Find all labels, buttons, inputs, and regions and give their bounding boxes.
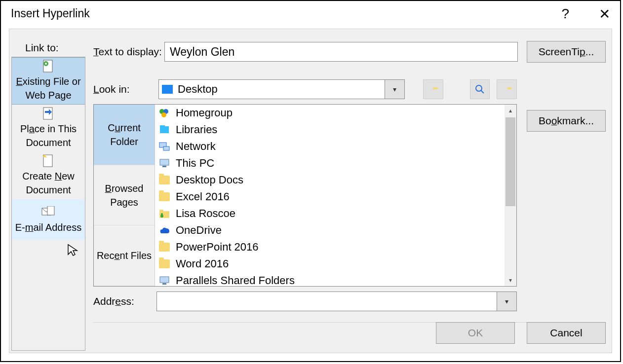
address-combobox[interactable]: ▾ (156, 291, 517, 311)
svg-rect-17 (162, 166, 166, 167)
scrollbar[interactable]: ▴ ▾ (505, 105, 516, 286)
linkto-place-in-document[interactable]: Place in This Document (12, 105, 85, 152)
titlebar: Insert Hyperlink ? ✕ (1, 1, 620, 26)
text-to-display-input[interactable] (164, 42, 518, 62)
list-item-label: OneDrive (176, 224, 222, 237)
list-item[interactable]: Libraries (155, 121, 505, 138)
cursor-icon (67, 244, 80, 256)
chevron-down-icon[interactable]: ▾ (385, 80, 404, 99)
close-icon[interactable]: ✕ (599, 6, 610, 22)
svg-point-11 (161, 112, 166, 117)
ok-button[interactable]: OK (436, 322, 515, 344)
list-item-label: This PC (176, 157, 214, 170)
userfolder-icon (158, 207, 171, 220)
browse-web-button[interactable] (470, 79, 490, 99)
list-item-label: PowerPoint 2016 (176, 241, 259, 254)
browse-browsed-pages[interactable]: BrowsedPages (94, 165, 155, 226)
list-item[interactable]: Parallels Shared Folders (155, 272, 505, 286)
onedrive-icon (158, 224, 171, 237)
list-item[interactable]: This PC (155, 155, 505, 172)
linkto-email-address[interactable]: E-mail Address (12, 199, 85, 240)
browse-panel: CurrentFolder BrowsedPages Recent Files … (93, 104, 517, 287)
up-one-level-button[interactable] (423, 79, 443, 99)
globe-search-icon (475, 84, 485, 94)
screentip-button[interactable]: ScreenTip... (527, 41, 606, 63)
page-arrow-icon (41, 107, 55, 120)
list-item[interactable]: Homegroup (155, 105, 505, 121)
list-item-label: Parallels Shared Folders (176, 274, 295, 286)
dialog-title: Insert Hyperlink (11, 7, 90, 20)
folder-icon (158, 174, 171, 186)
libraries-icon (158, 123, 171, 136)
look-in-label: Look in: (93, 83, 152, 95)
list-item[interactable]: Lisa Roscoe (155, 205, 505, 222)
svg-rect-6 (47, 206, 54, 215)
svg-rect-13 (160, 125, 165, 127)
scroll-thumb[interactable] (506, 117, 515, 206)
svg-line-8 (481, 90, 484, 93)
list-item[interactable]: OneDrive (155, 222, 505, 239)
look-in-select[interactable]: Desktop ▾ (158, 79, 405, 99)
list-item-label: Network (176, 140, 216, 153)
envelope-icon (41, 205, 55, 218)
insert-hyperlink-dialog: Insert Hyperlink ? ✕ Link to: Existing F… (0, 0, 621, 362)
list-item[interactable]: Desktop Docs (155, 172, 505, 188)
address-input[interactable] (157, 292, 497, 311)
linkto-create-new-document[interactable]: Create New Document (12, 152, 85, 199)
chevron-down-icon[interactable]: ▾ (497, 292, 516, 311)
svg-rect-15 (163, 146, 169, 150)
scroll-up-icon[interactable]: ▴ (505, 105, 516, 116)
page-new-icon (41, 154, 55, 167)
help-icon[interactable]: ? (561, 6, 569, 22)
svg-point-2 (45, 63, 47, 65)
svg-rect-19 (159, 210, 163, 212)
cancel-button[interactable]: Cancel (527, 322, 606, 344)
homegroup-icon (158, 107, 171, 119)
file-list[interactable]: HomegroupLibrariesNetworkThis PCDesktop … (155, 105, 516, 286)
list-item-label: Word 2016 (176, 257, 229, 270)
svg-rect-23 (162, 283, 166, 285)
bookmark-button[interactable]: Bookmark... (527, 110, 606, 132)
svg-rect-3 (43, 108, 52, 119)
text-to-display-label: Text to display: (93, 46, 164, 58)
browse-current-folder[interactable]: CurrentFolder (94, 105, 155, 165)
list-item-label: Lisa Roscoe (176, 207, 235, 220)
thispc-icon (158, 274, 171, 286)
svg-rect-22 (160, 277, 169, 283)
folder-icon (158, 241, 171, 254)
list-item[interactable]: Network (155, 138, 505, 155)
svg-rect-16 (160, 159, 169, 165)
dialog-body: Link to: Existing File or Web Page Place… (9, 29, 612, 353)
look-in-value: Desktop (178, 83, 218, 96)
browse-side: CurrentFolder BrowsedPages Recent Files (94, 105, 155, 286)
list-item[interactable]: PowerPoint 2016 (155, 239, 505, 255)
browse-recent-files[interactable]: Recent Files (94, 225, 155, 286)
list-item-label: Libraries (176, 123, 217, 136)
linkto-existing-file[interactable]: Existing File or Web Page (12, 57, 85, 105)
browse-file-button[interactable] (497, 79, 517, 99)
desktop-icon (162, 85, 173, 94)
main-panel: Text to display: ScreenTip... Bookmark..… (93, 35, 606, 347)
list-item-label: Desktop Docs (176, 174, 243, 186)
page-globe-icon (41, 60, 55, 73)
list-item[interactable]: Word 2016 (155, 255, 505, 272)
network-icon (158, 140, 171, 153)
folder-icon (158, 257, 171, 270)
scroll-down-icon[interactable]: ▾ (505, 274, 516, 286)
thispc-icon (158, 157, 171, 170)
link-to-label: Link to: (25, 42, 59, 54)
list-item-label: Excel 2016 (176, 190, 230, 203)
list-item[interactable]: Excel 2016 (155, 188, 505, 205)
svg-point-21 (161, 213, 163, 215)
list-item-label: Homegroup (176, 107, 233, 119)
address-label: Address: (93, 295, 156, 307)
folder-icon (158, 190, 171, 203)
link-to-panel: Existing File or Web Page Place in This … (11, 57, 85, 351)
svg-rect-12 (160, 126, 169, 133)
